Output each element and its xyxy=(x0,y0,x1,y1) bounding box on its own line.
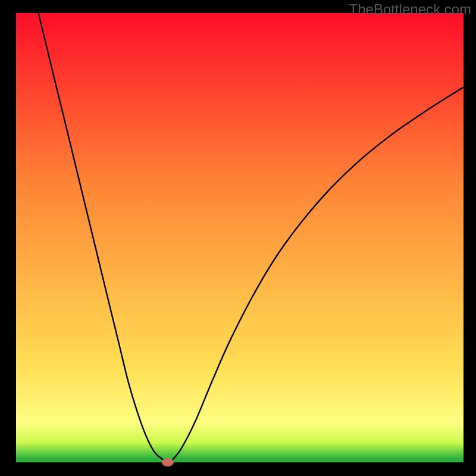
bottleneck-chart xyxy=(0,0,476,476)
chart-container: TheBottleneck.com xyxy=(0,0,476,476)
min-point-marker xyxy=(162,458,174,466)
svg-rect-2 xyxy=(16,13,464,462)
